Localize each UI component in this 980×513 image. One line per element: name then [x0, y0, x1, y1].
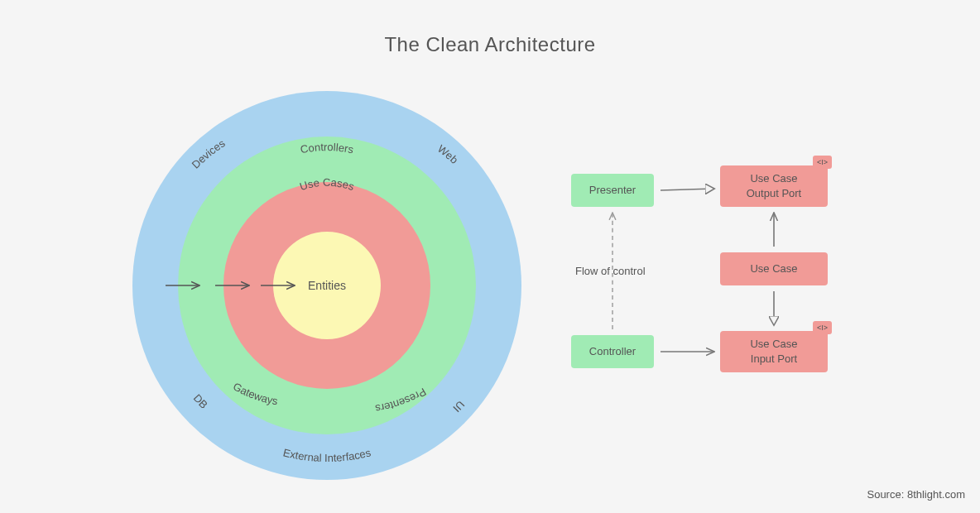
box-controller: Controller [571, 335, 654, 368]
box-input-port: <I> Use CaseInput Port [720, 331, 828, 372]
flow-of-control-label: Flow of control [575, 265, 646, 277]
label-input-port: Use CaseInput Port [750, 337, 797, 366]
flow-diagram: Presenter <I> Use CaseOutput Port Use Ca… [571, 165, 877, 381]
box-output-port: <I> Use CaseOutput Port [720, 165, 828, 207]
svg-line-12 [661, 189, 713, 190]
label-entities: Entities [273, 232, 381, 339]
diagram-title: The Clean Architecture [0, 0, 980, 56]
label-output-port: Use CaseOutput Port [747, 171, 801, 200]
layers-diagram: Entities Use Cases Controllers [132, 91, 521, 480]
box-usecase: Use Case [720, 252, 828, 285]
interface-tag: <I> [813, 156, 832, 169]
interface-tag-2: <I> [813, 321, 832, 334]
source-label: Source: 8thlight.com [867, 488, 965, 501]
box-presenter: Presenter [571, 174, 654, 207]
